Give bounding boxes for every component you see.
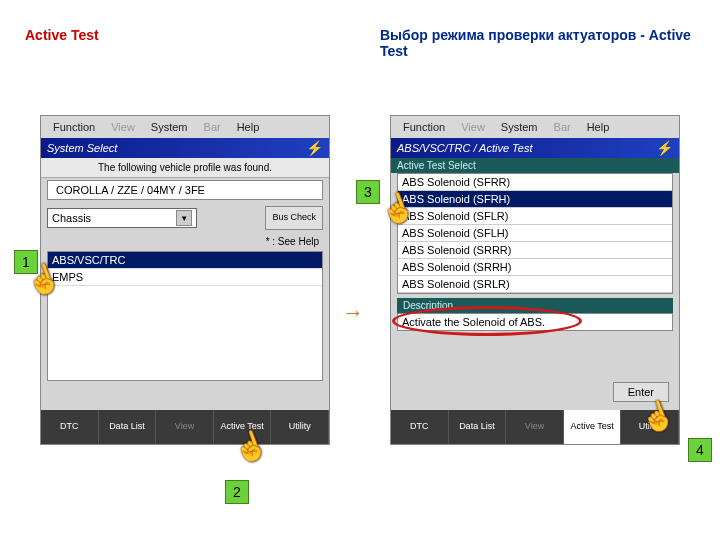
activetest-button[interactable]: Active Test bbox=[214, 410, 272, 444]
menu-function[interactable]: Function bbox=[45, 121, 103, 133]
titlebar-text: ABS/VSC/TRC / Active Test bbox=[397, 142, 533, 154]
list-item[interactable]: ABS Solenoid (SFRR) bbox=[398, 174, 672, 191]
menu-system[interactable]: System bbox=[143, 121, 196, 133]
title-left: Active Test bbox=[25, 27, 99, 43]
chevron-down-icon[interactable]: ▼ bbox=[176, 210, 192, 226]
view-button: View bbox=[156, 410, 214, 444]
view-button: View bbox=[506, 410, 564, 444]
arrow-icon: → bbox=[342, 300, 364, 326]
list-item[interactable]: EMPS bbox=[48, 269, 322, 286]
vehicle-profile: COROLLA / ZZE / 04MY / 3FE bbox=[47, 180, 323, 200]
callout-3: 3 bbox=[356, 180, 380, 204]
menu-help[interactable]: Help bbox=[579, 121, 618, 133]
description-text: Activate the Solenoid of ABS. bbox=[402, 316, 545, 328]
activetest-button[interactable]: Active Test bbox=[564, 410, 622, 444]
combo-value: Chassis bbox=[52, 212, 91, 224]
enter-button[interactable]: Enter bbox=[613, 382, 669, 402]
right-device: Function View System Bar Help ABS/VSC/TR… bbox=[390, 115, 680, 445]
bottom-bar: DTC Data List View Active Test Utility bbox=[41, 410, 329, 444]
bottom-bar: DTC Data List View Active Test Utility bbox=[391, 410, 679, 444]
help-note: * : See Help bbox=[41, 234, 329, 249]
description-header: Description bbox=[397, 298, 673, 313]
dtc-button[interactable]: DTC bbox=[41, 410, 99, 444]
menu-help[interactable]: Help bbox=[229, 121, 268, 133]
utility-button[interactable]: Utility bbox=[271, 410, 329, 444]
menu-view: View bbox=[103, 121, 143, 133]
active-test-select-header: Active Test Select bbox=[391, 158, 679, 173]
list-item[interactable]: ABS Solenoid (SFRH) bbox=[398, 191, 672, 208]
title-right: Выбор режима проверки актуаторов - Activ… bbox=[380, 27, 720, 59]
menu-system[interactable]: System bbox=[493, 121, 546, 133]
list-item[interactable]: ABS Solenoid (SFLH) bbox=[398, 225, 672, 242]
callout-4: 4 bbox=[688, 438, 712, 462]
subtitle: The following vehicle profile was found. bbox=[41, 158, 329, 178]
list-item[interactable]: ABS/VSC/TRC bbox=[48, 252, 322, 269]
list-item[interactable]: ABS Solenoid (SRRH) bbox=[398, 259, 672, 276]
list-item[interactable]: ABS Solenoid (SRRR) bbox=[398, 242, 672, 259]
datalist-button[interactable]: Data List bbox=[449, 410, 507, 444]
callout-1: 1 bbox=[14, 250, 38, 274]
datalist-button[interactable]: Data List bbox=[99, 410, 157, 444]
utility-button[interactable]: Utility bbox=[621, 410, 679, 444]
bolt-icon: ⚡ bbox=[656, 140, 673, 156]
menubar: Function View System Bar Help bbox=[391, 116, 679, 138]
titlebar-text: System Select bbox=[47, 142, 117, 154]
menu-bar: Bar bbox=[196, 121, 229, 133]
titlebar-left: System Select ⚡ bbox=[41, 138, 329, 158]
description-box: Activate the Solenoid of ABS. bbox=[397, 313, 673, 331]
bus-check-button[interactable]: Bus Check bbox=[265, 206, 323, 230]
active-test-list[interactable]: ABS Solenoid (SFRR) ABS Solenoid (SFRH) … bbox=[397, 173, 673, 294]
system-list[interactable]: ABS/VSC/TRC EMPS bbox=[47, 251, 323, 381]
callout-2: 2 bbox=[225, 480, 249, 504]
dtc-button[interactable]: DTC bbox=[391, 410, 449, 444]
menu-bar: Bar bbox=[546, 121, 579, 133]
menubar: Function View System Bar Help bbox=[41, 116, 329, 138]
list-item[interactable]: ABS Solenoid (SFLR) bbox=[398, 208, 672, 225]
list-item[interactable]: ABS Solenoid (SRLR) bbox=[398, 276, 672, 293]
menu-view: View bbox=[453, 121, 493, 133]
menu-function[interactable]: Function bbox=[395, 121, 453, 133]
system-combo[interactable]: Chassis ▼ bbox=[47, 208, 197, 228]
titlebar-right: ABS/VSC/TRC / Active Test ⚡ bbox=[391, 138, 679, 158]
bolt-icon: ⚡ bbox=[306, 140, 323, 156]
left-device: Function View System Bar Help System Sel… bbox=[40, 115, 330, 445]
